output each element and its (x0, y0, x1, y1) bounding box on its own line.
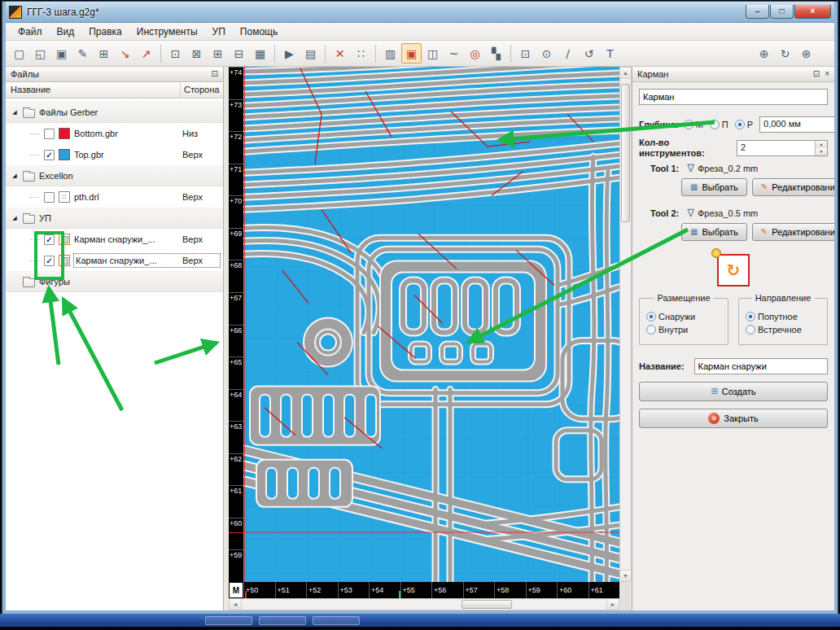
taskbar-item[interactable] (259, 616, 306, 625)
op-rotate-icon[interactable]: ↻ (775, 43, 795, 63)
depth-option-r[interactable]: Р (735, 120, 753, 129)
checkbox-bottom-gbr[interactable] (44, 129, 55, 139)
radio-icon[interactable] (710, 120, 720, 129)
scroll-down-icon[interactable]: ▼ (620, 570, 631, 581)
target-icon[interactable]: ◎ (465, 43, 485, 63)
tool1-edit-button[interactable]: ✎Редактировани (752, 178, 834, 196)
menu-up[interactable]: УП (205, 24, 233, 40)
placement-outside[interactable]: Снаружи (646, 312, 721, 322)
taskbar[interactable] (0, 614, 840, 627)
scroll-right-icon[interactable]: ► (606, 599, 619, 610)
new-file-icon[interactable]: ▢ (9, 43, 29, 63)
pocket-name-field[interactable] (694, 358, 828, 374)
save-as-icon[interactable]: ✎ (72, 43, 93, 63)
radio-icon[interactable] (746, 312, 755, 322)
expander-icon[interactable]: ◢ (11, 173, 19, 179)
horizontal-scroll-thumb[interactable] (462, 600, 512, 609)
op-mirror-icon[interactable]: ⊛ (796, 43, 816, 63)
tree-item-pth-drl[interactable]: ∷ pth.drl Верх (6, 186, 223, 208)
expander-icon[interactable]: ◢ (11, 215, 19, 221)
vertical-scroll-thumb[interactable] (621, 84, 630, 222)
tile-view-icon[interactable]: ▦ (250, 43, 270, 63)
menu-view[interactable]: Вид (50, 24, 82, 40)
titlebar[interactable]: ГГГ-3 шага.g2g* – □ × (6, 2, 834, 23)
crop-region-icon[interactable]: ⊠ (186, 43, 207, 63)
placement-inside[interactable]: Внутри (646, 325, 721, 335)
open-folder-icon[interactable]: ◱ (30, 43, 50, 63)
menu-help[interactable]: Помощь (233, 24, 285, 40)
taskbar-item[interactable] (205, 616, 252, 625)
checkbox-pth-drl[interactable] (44, 192, 55, 203)
tree-folder-figures[interactable]: Фигуры (6, 271, 223, 292)
float-panel-icon[interactable]: ⊡ (813, 70, 820, 78)
arc-tool-icon[interactable]: ↺ (579, 43, 599, 63)
tree-folder-up[interactable]: ◢ УП (6, 208, 223, 229)
checkbox-pocket-2[interactable]: ✓ (44, 256, 55, 266)
tree-item-pocket-2[interactable]: ✓ Карман снаружи_... Верх (6, 250, 223, 271)
tool1-select-button[interactable]: ▦Выбрать (681, 178, 747, 196)
ruler-unit-box[interactable]: M (229, 582, 243, 598)
select-frame-icon[interactable]: ⊡ (165, 43, 186, 63)
pcb-canvas[interactable] (243, 67, 619, 582)
line-tool-icon[interactable]: ∕ (558, 43, 578, 63)
menu-edit[interactable]: Правка (81, 24, 129, 40)
direction-conventional[interactable]: Встречное (746, 325, 820, 335)
depth-option-p[interactable]: П (710, 120, 728, 129)
depth-spinner[interactable]: 0,000 мм ▲▼ (759, 116, 834, 133)
tool-count-value[interactable]: 2 (737, 141, 815, 155)
tool-count-spinner[interactable]: 2 ▲▼ (737, 140, 828, 156)
depth-option-m[interactable]: М (684, 120, 703, 129)
tool2-edit-button[interactable]: ✎Редактировани (752, 223, 834, 241)
create-button[interactable]: ⊞ Создать (639, 382, 828, 401)
maximize-button[interactable]: □ (770, 5, 794, 19)
horizontal-scrollbar[interactable]: ◄ ► (229, 598, 619, 610)
zoom-region-icon[interactable]: ⊞ (208, 43, 228, 63)
pocket-view-icon[interactable]: ▣ (401, 43, 422, 63)
layers-icon[interactable]: ◫ (422, 43, 443, 63)
curve-icon[interactable]: ~ (444, 43, 464, 63)
float-panel-icon[interactable]: ⊡ (212, 70, 218, 78)
column-side[interactable]: Сторона (181, 82, 223, 98)
checkbox-pocket-1[interactable]: ✓ (44, 234, 55, 245)
transform-icon[interactable]: ✕ (330, 43, 350, 63)
tool2-select-button[interactable]: ▦Выбрать (681, 223, 747, 241)
scroll-left-icon[interactable]: ◄ (230, 599, 242, 610)
close-panel-icon[interactable]: × (825, 70, 829, 78)
expander-icon[interactable]: ◢ (11, 109, 19, 116)
export-icon[interactable]: ↗ (136, 43, 156, 63)
save-icon[interactable]: ▣ (51, 43, 72, 63)
text-tool-icon[interactable]: T (600, 43, 620, 63)
import-icon[interactable]: ↘ (115, 43, 135, 63)
tree-item-bottom-gbr[interactable]: Bottom.gbr Низ (6, 123, 223, 144)
column-name[interactable]: Название (6, 82, 181, 98)
files-panel-header[interactable]: Файлы ⊡ (6, 67, 223, 82)
hatch-icon[interactable]: ▚ (486, 43, 506, 63)
close-dialog-button[interactable]: × Закрыть (639, 409, 828, 428)
tree-folder-gerber[interactable]: ◢ Файлы Gerber (6, 102, 223, 123)
close-button[interactable]: × (794, 5, 831, 19)
menu-tools[interactable]: Инструменты (129, 24, 205, 40)
radio-icon[interactable] (684, 120, 693, 129)
taskbar-item[interactable] (313, 616, 360, 625)
report-icon[interactable]: ▤ (300, 43, 321, 63)
radio-icon[interactable] (646, 312, 656, 322)
pocket-title-input[interactable] (639, 89, 828, 105)
spinner-arrows[interactable]: ▲▼ (815, 141, 827, 155)
shrink-region-icon[interactable]: ⊟ (229, 43, 249, 63)
save-all-icon[interactable]: ⊞ (94, 43, 114, 63)
checkbox-top-gbr[interactable]: ✓ (44, 150, 55, 160)
menu-file[interactable]: Файл (11, 24, 50, 40)
op-copy-icon[interactable]: ⊕ (754, 43, 774, 63)
tree-folder-excellon[interactable]: ◢ Excellon (6, 165, 223, 186)
scroll-up-icon[interactable]: ▲ (620, 68, 631, 79)
spin-down-icon[interactable]: ▼ (816, 148, 827, 155)
tree-item-top-gbr[interactable]: ✓ Top.gbr Верх (6, 144, 223, 165)
spin-up-icon[interactable]: ▲ (816, 141, 827, 148)
point-grid-icon[interactable]: ⊡ (515, 43, 536, 63)
vertical-scrollbar[interactable]: ▲ ▼ (619, 67, 632, 582)
circle-tool-icon[interactable]: ⊙ (536, 43, 557, 63)
direction-climb[interactable]: Попутное (746, 312, 820, 322)
radio-icon[interactable] (746, 325, 755, 335)
minimize-button[interactable]: – (746, 5, 769, 19)
radio-icon[interactable] (646, 325, 656, 335)
